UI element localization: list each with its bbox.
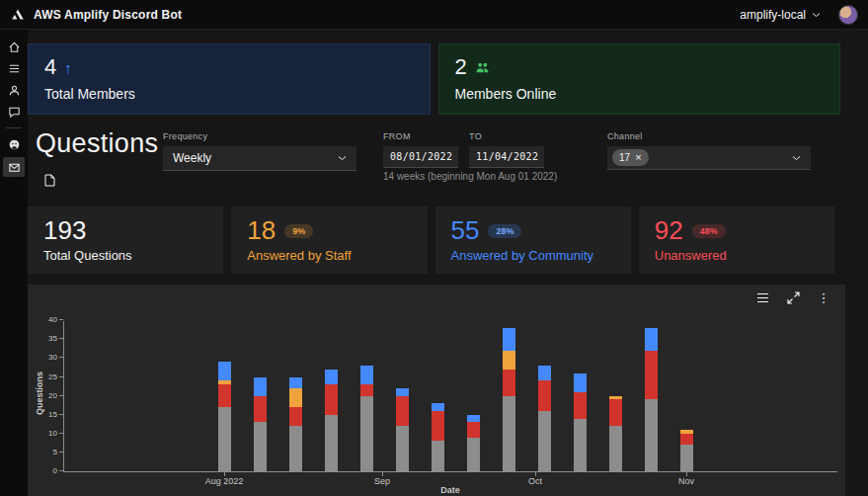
date-to-input[interactable]: 11/04/2022: [469, 146, 544, 168]
stacked-bar-sep-19[interactable]: [467, 415, 480, 471]
unanswered-card: 92 48% Unanswered: [639, 207, 834, 274]
unanswered-badge: 48%: [692, 224, 726, 238]
total-questions-value: 193: [43, 215, 86, 246]
total-questions-label: Total Questions: [43, 248, 207, 263]
rows-icon: [756, 292, 769, 303]
stacked-bar-aug-22[interactable]: [325, 370, 338, 471]
total-members-card: 4 ↑ Total Members: [28, 43, 431, 115]
export-report-button[interactable]: [44, 174, 55, 187]
y-tick-label: 25: [38, 372, 57, 381]
channel-multiselect[interactable]: 17 ×: [607, 146, 811, 170]
stacked-bar-sep-12[interactable]: [432, 403, 444, 471]
stacked-bar-aug-01[interactable]: [218, 362, 231, 471]
unanswered-value: 92: [655, 215, 683, 246]
catalog-icon: [8, 62, 21, 75]
sidebar-item-events[interactable]: [3, 103, 25, 121]
members-online-card: 2 Members Online: [438, 43, 841, 115]
y-tick-label: 20: [38, 391, 57, 400]
stacked-bar-aug-08[interactable]: [254, 377, 267, 471]
mail-icon: [8, 161, 21, 174]
series-blue-segment: [538, 366, 551, 380]
questions-chart-card: ⋮ Questions 0510152025303540Aug 2022SepO…: [28, 285, 845, 496]
series-gray-segment: [325, 415, 338, 471]
series-blue-segment: [360, 366, 373, 384]
series-gray-segment: [503, 396, 515, 471]
series-red-segment: [325, 384, 338, 415]
y-tick-mark: [59, 414, 63, 415]
x-tick-mark: [535, 472, 536, 476]
series-gray-segment: [467, 438, 480, 471]
question-stats-row: 193 Total Questions 18 9% Answered by St…: [28, 207, 834, 274]
user-avatar[interactable]: [838, 5, 858, 25]
chart-maximize-button[interactable]: [785, 289, 801, 305]
series-orange-segment: [289, 388, 302, 407]
maximize-icon: [787, 291, 800, 304]
series-gray-segment: [574, 419, 587, 471]
series-red-segment: [289, 407, 302, 426]
chart-toolbar: ⋮: [754, 289, 831, 305]
y-tick-label: 0: [38, 466, 57, 475]
chart-overflow-menu-button[interactable]: ⋮: [816, 289, 831, 305]
y-tick-mark: [59, 357, 63, 358]
series-blue-segment: [503, 328, 515, 351]
answered-staff-card: 18 9% Answered by Staff: [231, 207, 427, 274]
series-gray-segment: [218, 407, 231, 471]
app-title: AWS Amplify Discord Bot: [34, 8, 182, 22]
x-tick-mark: [224, 472, 225, 476]
environment-selector[interactable]: amplify-local: [732, 4, 829, 26]
series-red-segment: [680, 434, 693, 445]
questions-controls: Questions Frequency Weekly FROM 08/01/20…: [28, 128, 840, 194]
y-tick-mark: [59, 395, 63, 396]
series-gray-segment: [360, 396, 373, 471]
y-tick-mark: [59, 376, 63, 377]
stacked-bar-aug-29[interactable]: [360, 366, 373, 471]
stacked-bar-oct-31[interactable]: [680, 430, 693, 471]
total-questions-card: 193 Total Questions: [28, 207, 223, 274]
sidebar-divider: [6, 127, 22, 128]
frequency-select[interactable]: Weekly: [163, 146, 356, 171]
series-blue-segment: [218, 362, 231, 380]
sidebar-item-messages[interactable]: [3, 157, 25, 177]
section-title: Questions: [36, 128, 158, 159]
total-members-value: 4: [44, 54, 56, 80]
answered-staff-badge: 9%: [284, 224, 313, 238]
y-tick-label: 5: [38, 448, 57, 456]
chart-data-table-button[interactable]: [754, 289, 770, 305]
sidebar-item-members[interactable]: [3, 81, 25, 99]
series-red-segment: [396, 396, 409, 427]
stacked-bar-oct-17[interactable]: [609, 396, 622, 471]
y-tick-mark: [59, 452, 63, 453]
sidebar-item-home[interactable]: [3, 38, 25, 55]
channel-tag: 17 ×: [612, 149, 649, 166]
left-nav-rail: [0, 30, 28, 496]
home-icon: [8, 41, 21, 53]
date-from-input[interactable]: 08/01/2022: [383, 146, 458, 168]
y-tick-mark: [59, 319, 63, 320]
series-red-segment: [254, 396, 267, 423]
chevron-down-icon: [812, 12, 821, 18]
frequency-group: Frequency Weekly: [163, 131, 356, 171]
frequency-label: Frequency: [163, 131, 356, 141]
sidebar-item-github[interactable]: [3, 135, 25, 153]
series-blue-segment: [289, 377, 302, 388]
stacked-bar-oct-24[interactable]: [645, 328, 658, 471]
stacked-bar-sep-05[interactable]: [396, 388, 409, 471]
document-icon: [44, 174, 55, 187]
chevron-down-icon: [338, 155, 347, 161]
stacked-bar-oct-10[interactable]: [574, 373, 587, 471]
stacked-bar-aug-15[interactable]: [289, 377, 302, 471]
remove-tag-icon[interactable]: ×: [635, 152, 641, 163]
date-from-group: FROM 08/01/2022: [383, 131, 458, 168]
stacked-bar-oct-03[interactable]: [538, 366, 551, 471]
series-gray-segment: [432, 441, 444, 471]
series-blue-segment: [396, 388, 409, 396]
members-online-value: 2: [455, 54, 467, 80]
sidebar-item-catalog[interactable]: [3, 59, 25, 77]
stacked-bar-sep-26[interactable]: [503, 328, 515, 471]
frequency-value: Weekly: [173, 151, 211, 165]
y-tick-label: 40: [38, 315, 57, 324]
series-red-segment: [538, 380, 551, 411]
answered-community-card: 55 28% Answered by Community: [435, 207, 631, 274]
series-blue-segment: [432, 403, 444, 411]
series-red-segment: [360, 384, 373, 395]
